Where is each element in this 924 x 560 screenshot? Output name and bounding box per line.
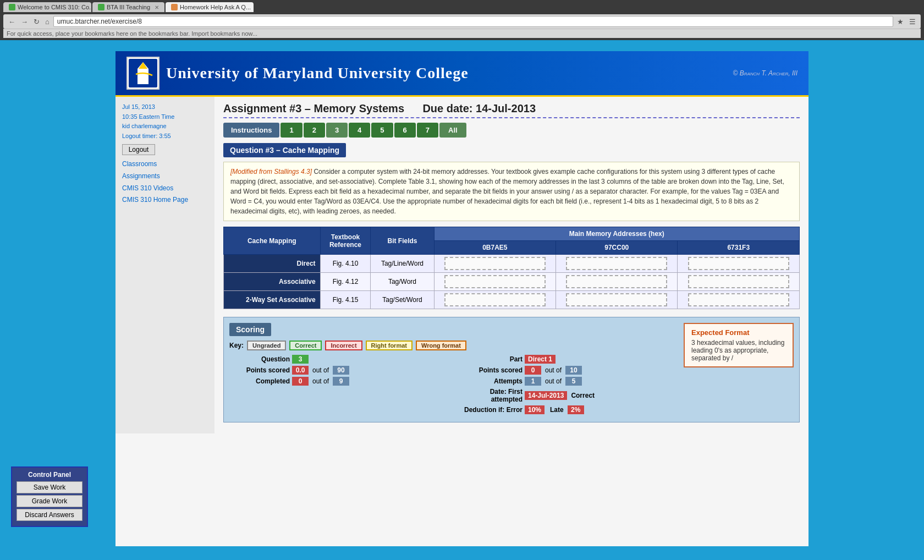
tab-close-2[interactable]: ✕ (155, 4, 159, 10)
forward-button[interactable]: → (19, 18, 30, 26)
row-input-assoc-1[interactable] (434, 273, 556, 291)
row-input-direct-3[interactable] (678, 255, 800, 273)
discard-answers-button[interactable]: Discard Answers (16, 509, 82, 521)
scoring-section: Scoring Key: Ungraded Correct Incorrect … (223, 317, 800, 422)
row-input-set-2[interactable] (556, 291, 678, 309)
reload-button[interactable]: ↻ (32, 18, 41, 26)
row-ref-direct: Fig. 4.10 (320, 255, 371, 273)
input-direct-1[interactable] (444, 257, 546, 270)
attempts-out-label: out of (545, 377, 562, 385)
sidebar-datetime: Jul 15, 2013 10:35 Eastern Time kid char… (122, 102, 208, 141)
row-bits-direct: Tag/Line/Word (371, 255, 434, 273)
tab-label-2: BTA III Teaching (107, 4, 150, 10)
control-panel-title: Control Panel (16, 471, 82, 479)
part-points-value: 0 (525, 366, 541, 375)
row-ref-associative: Fig. 4.12 (320, 273, 371, 291)
tab-7[interactable]: 7 (417, 123, 438, 138)
question-value: 3 (292, 355, 309, 364)
row-input-assoc-3[interactable] (678, 273, 800, 291)
completed-label: Completed (229, 377, 290, 385)
row-label-direct: Direct (224, 255, 321, 273)
input-set-2[interactable] (566, 293, 667, 306)
sidebar-link-assignments[interactable]: Assignments (122, 171, 208, 183)
completed-out-value: 9 (333, 377, 349, 386)
sidebar-link-home[interactable]: CMIS 310 Home Page (122, 194, 208, 206)
expected-format-text: 3 hexadecimal values, including leading … (691, 339, 786, 362)
row-input-set-3[interactable] (678, 291, 800, 309)
col-header-cache-mapping: Cache Mapping (224, 227, 321, 255)
points-label: Points scored (229, 366, 290, 374)
sidebar-time: 10:35 Eastern Time (122, 112, 208, 122)
browser-tab-1[interactable]: Welcome to CMIS 310: Co... ✕ (3, 2, 91, 12)
page-background: University of Maryland University Colleg… (0, 40, 924, 557)
sidebar-link-videos[interactable]: CMIS 310 Videos (122, 183, 208, 195)
main-content: Assignment #3 – Memory Systems Due date:… (215, 97, 809, 433)
control-panel: Control Panel Save Work Grade Work Disca… (11, 466, 88, 527)
question-body: Consider a computer system with 24-bit m… (230, 168, 784, 215)
score-question-row: Question 3 (229, 355, 451, 364)
address-bar[interactable] (53, 16, 893, 27)
col-header-addr3: 6731F3 (678, 241, 800, 255)
tab-4[interactable]: 4 (349, 123, 370, 138)
attempts-value: 1 (525, 377, 541, 386)
points-value: 0.0 (292, 366, 309, 375)
save-work-button[interactable]: Save Work (16, 481, 82, 493)
input-direct-3[interactable] (688, 257, 789, 270)
row-input-set-1[interactable] (434, 291, 556, 309)
table-row-direct: Direct Fig. 4.10 Tag/Line/Word (224, 255, 800, 273)
question-header-text: Question #3 – Cache Mapping (230, 146, 339, 155)
sidebar-link-classrooms[interactable]: Classrooms (122, 158, 208, 171)
col-header-addr1: 0B7AE5 (434, 241, 556, 255)
points-out-label: out of (312, 366, 329, 374)
logout-button[interactable]: Logout (122, 144, 155, 155)
part-label: Part (462, 355, 522, 363)
expected-format-title: Expected Format (691, 328, 786, 337)
question-label: Question (229, 355, 290, 363)
sidebar-date: Jul 15, 2013 (122, 102, 208, 112)
input-set-1[interactable] (444, 293, 546, 306)
row-label-set-assoc: 2-Way Set Associative (224, 291, 321, 309)
sidebar-logout-timer: Logout timer: 3:55 (122, 131, 208, 141)
row-input-direct-1[interactable] (434, 255, 556, 273)
tab-3[interactable]: 3 (326, 123, 348, 138)
star-icon[interactable]: ★ (895, 18, 905, 26)
grade-work-button[interactable]: Grade Work (16, 495, 82, 507)
deduction-error-value: 10% (525, 405, 544, 414)
input-assoc-2[interactable] (566, 275, 667, 288)
tab-label-3: Homework Help Ask A Q... (180, 4, 251, 10)
browser-tab-2[interactable]: BTA III Teaching ✕ (92, 2, 164, 12)
home-button[interactable]: ⌂ (43, 18, 51, 26)
row-input-assoc-2[interactable] (556, 273, 678, 291)
menu-icon[interactable]: ☰ (908, 18, 917, 26)
row-bits-set-assoc: Tag/Set/Word (371, 291, 434, 309)
tab-all[interactable]: All (439, 123, 466, 138)
score-col-left: Question 3 Points scored 0.0 out of 90 (229, 355, 451, 416)
back-button[interactable]: ← (7, 18, 17, 26)
input-set-3[interactable] (688, 293, 789, 306)
score-part-points-row: Points scored 0 out of 10 (462, 366, 684, 375)
input-assoc-1[interactable] (444, 275, 546, 288)
row-bits-associative: Tag/Word (371, 273, 434, 291)
tab-2[interactable]: 2 (304, 123, 325, 138)
tab-5[interactable]: 5 (371, 123, 393, 138)
tab-instructions[interactable]: Instructions (223, 123, 279, 138)
tab-favicon-1 (9, 4, 15, 10)
tab-favicon-2 (98, 4, 105, 10)
tab-6[interactable]: 6 (394, 123, 416, 138)
row-input-direct-2[interactable] (556, 255, 678, 273)
tabs-row: Instructions 1 2 3 4 5 6 7 All (223, 123, 800, 138)
key-incorrect: Incorrect (325, 341, 362, 350)
row-label-associative: Associative (224, 273, 321, 291)
browser-tab-3[interactable]: Homework Help Ask A Q... ✕ (166, 2, 254, 12)
correct-label: Correct (571, 392, 595, 399)
bookmarks-bar: For quick access, place your bookmarks h… (3, 29, 921, 38)
tab-1[interactable]: 1 (280, 123, 302, 138)
late-value: 2% (568, 405, 584, 414)
scoring-title: Scoring (229, 323, 271, 336)
key-row: Key: Ungraded Correct Incorrect Right fo… (229, 341, 684, 350)
input-assoc-3[interactable] (688, 275, 789, 288)
input-direct-2[interactable] (566, 257, 667, 270)
col-header-textbook: TextbookReference (320, 227, 371, 255)
points-out-value: 90 (333, 366, 349, 375)
question-modified: [Modified from Stallings 4.3] (230, 168, 312, 175)
